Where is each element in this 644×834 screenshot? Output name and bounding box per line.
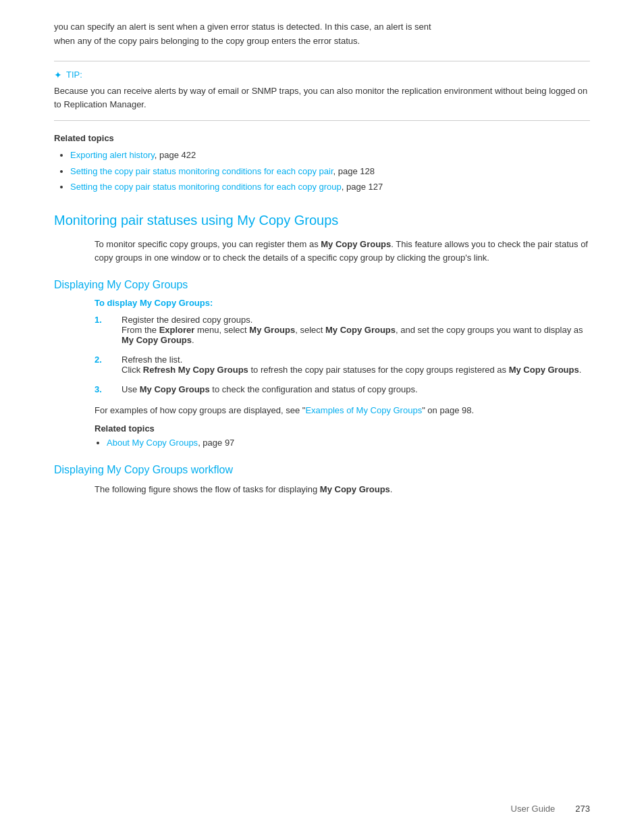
bold-my-copy-groups-4: My Copy Groups	[509, 365, 579, 375]
section-workflow-title: Displaying My Copy Groups workflow	[54, 464, 590, 476]
tip-icon: ✦	[54, 70, 62, 80]
bold-my-copy-groups-6: My Copy Groups	[320, 484, 390, 494]
step-1: Register the desired copy groups. From t…	[108, 315, 590, 345]
page-footer: User Guide 273	[511, 804, 590, 814]
related-topics-top: Related topics Exporting alert history, …	[54, 133, 590, 194]
related-topics-top-title: Related topics	[54, 133, 590, 143]
section-main-body: To monitor specific copy groups, you can…	[54, 238, 590, 266]
for-examples-text: For examples of how copy groups are disp…	[54, 404, 590, 418]
link-about-my-copy-groups[interactable]: About My Copy Groups	[107, 438, 198, 448]
related-topics-top-list: Exporting alert history, page 422 Settin…	[54, 149, 590, 194]
link-exporting-alert-history[interactable]: Exporting alert history	[70, 150, 155, 160]
list-item: About My Copy Groups, page 97	[107, 436, 590, 450]
section-displaying-title: Displaying My Copy Groups	[54, 279, 590, 291]
bold-my-copy-groups-5: My Copy Groups	[140, 384, 210, 394]
tip-content: Because you can receive alerts by way of…	[54, 84, 590, 113]
footer-label: User Guide	[511, 804, 556, 814]
tip-box: ✦ TIP: Because you can receive alerts by…	[54, 61, 590, 122]
list-item: Setting the copy pair status monitoring …	[70, 180, 590, 194]
tip-label: ✦ TIP:	[54, 70, 590, 80]
related-topics-inline: Related topics About My Copy Groups, pag…	[54, 423, 590, 450]
step-3: Use My Copy Groups to check the configur…	[108, 384, 590, 394]
related-topics-inline-title: Related topics	[95, 423, 590, 434]
workflow-body: The following figure shows the flow of t…	[54, 483, 590, 497]
bold-my-groups: My Groups	[249, 325, 295, 335]
link-setting-copy-pair-group[interactable]: Setting the copy pair status monitoring …	[70, 182, 342, 192]
step-2-detail: Click Refresh My Copy Groups to refresh …	[122, 365, 590, 375]
section-main-title: Monitoring pair statuses using My Copy G…	[54, 213, 590, 228]
link-examples-my-copy-groups[interactable]: Examples of My Copy Groups	[305, 405, 422, 415]
sub-heading-display: To display My Copy Groups:	[54, 298, 590, 308]
bold-my-copy-groups-3: My Copy Groups	[122, 335, 192, 345]
footer-page: 273	[575, 804, 590, 814]
bold-my-copy-groups: My Copy Groups	[321, 239, 391, 249]
step-2: Refresh the list. Click Refresh My Copy …	[108, 355, 590, 375]
link-setting-copy-pair-each[interactable]: Setting the copy pair status monitoring …	[70, 166, 333, 176]
step-1-detail: From the Explorer menu, select My Groups…	[122, 325, 590, 345]
bold-my-copy-groups-2: My Copy Groups	[325, 325, 396, 335]
page-container: you can specify an alert is sent when a …	[0, 0, 644, 834]
bold-refresh: Refresh My Copy Groups	[143, 365, 248, 375]
related-topics-inline-list: About My Copy Groups, page 97	[95, 436, 590, 450]
intro-text: you can specify an alert is sent when a …	[54, 20, 590, 49]
list-item: Exporting alert history, page 422	[70, 149, 590, 162]
list-item: Setting the copy pair status monitoring …	[70, 165, 590, 178]
steps-list: Register the desired copy groups. From t…	[95, 315, 590, 394]
bold-explorer: Explorer	[159, 325, 195, 335]
